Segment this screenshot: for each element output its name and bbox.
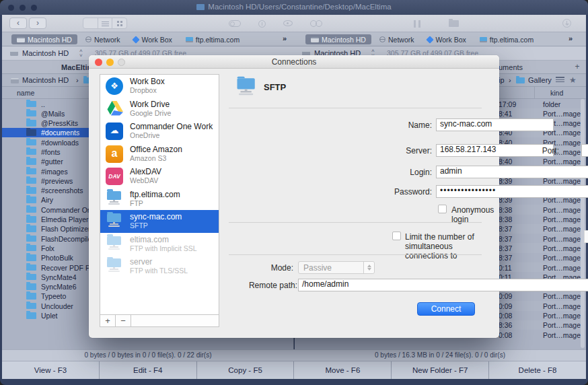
tab-macintosh-hd[interactable]: Macintosh HD [11,34,77,44]
login-field[interactable]: admin [436,166,588,178]
connection-item-sync-mac-com[interactable]: sync-mac.comSFTP [100,210,219,233]
folder-icon [26,110,36,117]
connection-name: Commander One Work [130,122,213,131]
tab-macintosh-hd[interactable]: Macintosh HD [305,34,371,44]
tab-ftp-eltima-com[interactable]: ftp.eltima.com [180,34,245,44]
column-header-kind[interactable]: kind [550,89,563,97]
anonymous-login-checkbox[interactable] [438,205,447,213]
name-label: Name: [365,120,432,130]
left-tabs: Macintosh HDNetworkWork Boxftp.eltima.co… [2,32,285,46]
connections-dialog: Connections ❖Work BoxDropboxWork DriveGo… [89,55,499,338]
column-header-name[interactable]: name [17,89,34,97]
remove-connection-button[interactable]: − [116,315,131,326]
box-icon [133,36,140,43]
tab-network[interactable]: Network [374,34,420,44]
file-name: Elmedia Player [41,215,89,223]
connection-item-work-drive[interactable]: Work DriveGoogle Drive [100,98,219,120]
folder-icon [26,225,36,232]
add-tab-button[interactable]: + [572,62,583,73]
tab-label: Network [94,36,120,44]
left-tabs-overflow-icon[interactable]: » [283,34,287,42]
fkey-button-f7[interactable]: New Folder - F7 [392,361,489,379]
folder-icon [26,216,36,223]
breadcrumb-parent[interactable]: ip [499,76,505,84]
window-titlebar: Macintosh HD/Users/Constantine/Desktop/M… [0,0,588,15]
globe-icon [379,36,385,42]
tab-network[interactable]: Network [80,34,126,44]
right-folder-tab[interactable]: uments [499,63,523,71]
drive-stepper-icon[interactable]: ˄˅ [79,48,83,58]
connect-button[interactable]: Connect [417,302,475,316]
tab-work-box[interactable]: Work Box [128,34,177,44]
file-kind: Port…mage [543,292,581,300]
connection-item-eltima-com[interactable]: eltima.comFTP with Implicit SSL [100,233,219,256]
view-grid-segment[interactable] [112,18,126,28]
info-icon[interactable] [258,20,266,28]
name-field[interactable]: sync-mac.com [436,118,554,131]
connection-name: server [130,257,152,267]
connection-item-server[interactable]: serverFTP with TLS/SSL [100,255,219,278]
folder-tools-icon[interactable] [449,20,459,27]
preview-eye-icon[interactable] [283,20,293,26]
toggle-icon[interactable] [229,20,241,27]
tab-work-box[interactable]: Work Box [422,34,471,44]
connection-type: FTP [130,199,143,207]
file-name: #downloads [41,139,79,147]
file-kind: Port…mage [543,206,581,214]
file-name: Typeeto [41,292,66,300]
screen-icon [480,37,487,42]
file-modified-time: 17:09 [499,100,516,108]
breadcrumb-root[interactable]: Macintosh HD [22,76,69,84]
file-modified-time: 8:38 [499,215,512,223]
right-tabs-overflow-icon[interactable]: » [568,34,573,42]
connection-name: Work Box [130,77,165,86]
tab-label: Macintosh HD [28,36,72,44]
view-list-segment[interactable] [98,18,113,28]
column-divider[interactable] [534,87,535,98]
webdav-icon: DAV [106,168,123,185]
list-view-icon[interactable] [556,77,564,83]
tab-ftp-eltima-com[interactable]: ftp.eltima.com [474,34,539,44]
back-button[interactable]: ‹ [9,18,27,29]
mode-select: Passive [298,261,375,274]
file-kind: Port…mage [543,244,581,252]
server-icon [106,258,123,274]
box-icon [427,36,434,43]
folder-icon [26,274,36,281]
fkey-button-f5[interactable]: Copy - F5 [197,361,295,379]
file-modified-time: 8:40 [499,158,512,166]
connection-type: Google Drive [130,109,171,117]
view-mode-segmented-control[interactable] [83,18,127,29]
connection-item-alexdav[interactable]: DAVAlexDAVWebDAV [100,165,219,188]
fkey-button-f6[interactable]: Move - F6 [294,361,392,379]
limit-connections-label: Limit the number of simultaneous connect… [405,232,492,260]
pause-icon[interactable] [414,20,420,28]
right-panel-scrollbar[interactable] [581,99,585,348]
view-full-segment[interactable] [83,18,98,28]
right-tabs: Macintosh HDNetworkWork Boxftp.eltima.co… [296,32,579,46]
remote-path-field[interactable]: /home/admin [298,279,588,291]
add-connection-button[interactable]: + [100,315,116,326]
protocol-title: SFTP [264,82,286,92]
disk-icon [11,78,19,83]
favorites-star-icon[interactable]: ★ [569,75,577,85]
fkey-button-f4[interactable]: Edit - F4 [100,361,197,379]
breadcrumb-current-folder[interactable]: Gallery [528,76,552,84]
connection-item-commander-one-work[interactable]: ☁Commander One WorkOneDrive [100,120,219,143]
breadcrumb-folder-icon [516,77,525,83]
download-icon[interactable] [562,19,571,28]
folder-icon [26,245,36,252]
folder-icon [26,197,36,203]
fkey-button-f3[interactable]: View - F3 [2,361,100,379]
breadcrumb-separator: › [509,76,511,84]
limit-connections-checkbox[interactable] [392,232,401,240]
forward-button[interactable]: › [29,18,46,29]
connection-item-office-amazon[interactable]: aOffice AmazonAmazon S3 [100,143,219,166]
commander-one-window: Macintosh HD/Users/Constantine/Desktop/M… [0,0,588,385]
password-field[interactable]: •••••••••••••••• [436,185,588,198]
fkey-button-f8[interactable]: Delete - F8 [489,361,586,379]
search-binoculars-icon[interactable] [310,20,322,27]
connection-item-work-box[interactable]: ❖Work BoxDropbox [100,75,219,98]
port-field[interactable]: 22 [581,144,588,157]
connection-item-ftp-eltima-com[interactable]: ftp.eltima.comFTP [100,188,219,211]
